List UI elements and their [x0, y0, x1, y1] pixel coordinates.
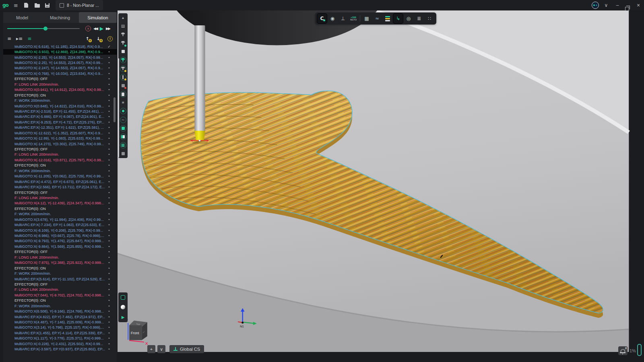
wave-icon[interactable]: ∼: [119, 116, 127, 123]
command-row[interactable]: MultiGOTO:X(-14.273), Y(0.302), Z(25.749…: [3, 141, 117, 146]
command-row[interactable]: MultiGOTO:X(-8.109), Y(-0.208), Z(25.706…: [3, 228, 117, 233]
main-menu-icon[interactable]: ≡: [14, 0, 18, 10]
viewport-3d[interactable]: N1 Z X Top Front ⟋: [118, 10, 644, 362]
collision-check-icon[interactable]: C: [317, 14, 327, 23]
command-row[interactable]: MultiGOTO:X(-8.986), Y(0.667), Z(25.78),…: [3, 233, 117, 238]
command-row[interactable]: MultiARC:EP.X(5.614), EP.Y(-11.102), EP.…: [3, 276, 117, 282]
command-list-scrollbar[interactable]: [114, 97, 116, 122]
focus-target-icon[interactable]: ◎: [404, 14, 413, 23]
cs-expand-button[interactable]: ∨: [157, 345, 165, 353]
command-row[interactable]: EFFECTOR(0) :OFF•: [3, 146, 117, 152]
display-sliders-icon[interactable]: ≣: [414, 14, 424, 23]
command-row[interactable]: MultiGOTO:X(-11.205), Y(0.062), Z(25.729…: [3, 174, 117, 179]
command-row[interactable]: MultiARC:EP.X(2.566), EP.Y(-13.711), EP.…: [3, 184, 117, 189]
command-row[interactable]: EFFECTOR(0) :ON•: [3, 163, 117, 168]
extruder-icon[interactable]: [119, 31, 127, 38]
measure-caliper-icon[interactable]: ⊥: [338, 14, 348, 23]
rewind-button[interactable]: ◀◀: [93, 27, 97, 31]
command-row[interactable]: MultiGOTO:X(-12.622), Y(-1.352), Z(25.60…: [3, 130, 117, 136]
extruder-warning-icon[interactable]: [119, 65, 127, 72]
save-file-icon[interactable]: [45, 0, 50, 10]
command-row[interactable]: MultiARC:EP.X(-3.597), EP.Y(0.937), EP.Z…: [3, 347, 117, 352]
command-row[interactable]: MultiGOTO:X(-9.884), Y(1.569), Z(25.855)…: [3, 244, 117, 249]
jump-prev-issue-icon[interactable]: ↑0: [86, 36, 89, 41]
command-row[interactable]: MultiGOTO:X(-0.768), Y(-16.034), Z(23.83…: [3, 71, 117, 76]
command-row[interactable]: MultiGOTO:X(7.044), Y(-9.702), Z(24.702)…: [3, 292, 117, 298]
waveform-check-icon[interactable]: ≈: [372, 14, 382, 23]
command-row[interactable]: MultiGOTO:X(-2.247), Y(-14.553), Z(24.05…: [3, 66, 117, 71]
warnings-icon[interactable]: !: [107, 36, 113, 41]
material-layers-icon[interactable]: [383, 14, 392, 23]
restore-button[interactable]: [625, 4, 629, 14]
feed-code-icon[interactable]: +100NGT2: [349, 14, 358, 23]
command-row[interactable]: F: WORK 200mm/min.•: [3, 271, 117, 276]
add-cs-button[interactable]: +: [147, 345, 155, 353]
command-row[interactable]: MultiARC:EP.X(-9.253), EP.Y(-4.72), EP.Z…: [3, 119, 117, 125]
panels-icon[interactable]: [119, 133, 127, 140]
tab-simulation[interactable]: Simulation: [79, 12, 117, 23]
command-row[interactable]: MultiARC:EP.X(4.822), EP.Y(-7.482), EP.Z…: [3, 314, 117, 319]
global-cs-button[interactable]: Global CS: [169, 345, 204, 353]
extruder-tip-icon[interactable]: [119, 39, 127, 47]
camera-icon[interactable]: ◉: [328, 14, 337, 23]
command-row[interactable]: MultiGOTO:X(4.487), Y(-7.146), Z(25.009)…: [3, 319, 117, 325]
machine-panel-icon[interactable]: ▦: [362, 14, 372, 23]
report-icon[interactable]: ▶: [119, 313, 127, 321]
tab-machining[interactable]: Machining: [41, 12, 79, 23]
command-row[interactable]: EFFECTOR(0) :OFF•: [3, 249, 117, 255]
command-row[interactable]: EFFECTOR(0) :ON•: [3, 265, 117, 271]
sheet-icon[interactable]: [119, 90, 127, 98]
command-row[interactable]: MultiGOTO:X(-0.228), Y(-2.431), Z(25.502…: [3, 341, 117, 346]
timeline-slider[interactable]: [7, 26, 80, 31]
command-row[interactable]: MultiGOTO:X(3.14), Y(-5.798), Z(25.157),…: [3, 325, 117, 330]
stop-simulation-button[interactable]: ×: [85, 26, 91, 31]
stop-icon[interactable]: [119, 48, 127, 56]
command-row[interactable]: EFFECTOR(0) :OFF•: [3, 76, 117, 82]
play-button[interactable]: ▶: [100, 26, 103, 31]
new-file-icon[interactable]: [24, 0, 28, 10]
avatar[interactable]: [592, 2, 599, 9]
list-flat-icon[interactable]: ≡: [7, 36, 11, 41]
open-file-icon[interactable]: [35, 0, 40, 10]
command-row[interactable]: MultiARC:EP.X(-4.472), EP.Y(-6.673), EP.…: [3, 179, 117, 184]
command-row[interactable]: F: WORK 200mm/min.•: [3, 98, 117, 103]
command-row[interactable]: MultiGOTO:X(6.508), Y(-9.166), Z(24.768)…: [3, 309, 117, 314]
command-row[interactable]: EFFECTOR(0) :ON•: [3, 206, 117, 211]
command-row[interactable]: MultiGOTO:X(3.678), Y(-11.994), Z(24.408…: [3, 217, 117, 222]
document-tab[interactable]: 8 - Non-Planar ...: [56, 0, 103, 10]
active-extruder-icon[interactable]: [119, 56, 127, 64]
command-row[interactable]: MultiARC:EP.X(1.455), EP.Y(-4.114), EP.Z…: [3, 330, 117, 335]
command-row[interactable]: MultiARC:EP.X(-2.518), EP.Y(-11.455), EP…: [3, 109, 117, 114]
list-grouped-icon[interactable]: ≡: [27, 36, 31, 41]
command-row[interactable]: MultiGOTO:X(-12.016), Y(0.871), Z(25.797…: [3, 157, 117, 162]
collision-flag-icon[interactable]: [119, 82, 127, 89]
command-row[interactable]: MultiGOTO:X(-9.793), Y(1.476), Z(25.847)…: [3, 239, 117, 244]
command-row[interactable]: EFFECTOR(0) :OFF•: [3, 282, 117, 287]
command-row[interactable]: F: LONG LINK 200mm/min.•: [3, 82, 117, 87]
command-row[interactable]: EFFECTOR(0) :ON•: [3, 298, 117, 303]
tool-warning-icon[interactable]: [119, 73, 127, 81]
command-row[interactable]: MultiGOTO:X(-2.25), Y(-14.553), Z(24.057…: [3, 55, 117, 60]
sphere-view-icon[interactable]: [119, 303, 127, 311]
record-icon[interactable]: [119, 107, 127, 115]
command-row[interactable]: F: LONG LINK 200mm/min.•: [3, 255, 117, 260]
command-row[interactable]: F: WORK 200mm/min.•: [3, 168, 117, 173]
toolpath-link-icon[interactable]: ↳: [393, 14, 403, 23]
notifications-button[interactable]: 3: [618, 346, 627, 355]
command-row[interactable]: EFFECTOR(0) :ON•: [3, 93, 117, 98]
command-row[interactable]: MultiGOTO:X(-12.89), Y(-1.083), Z(25.633…: [3, 136, 117, 141]
clipped-icon[interactable]: [119, 150, 127, 158]
chevron-down-icon[interactable]: ∨: [602, 0, 610, 10]
minimize-button[interactable]: –: [613, 0, 621, 10]
command-row[interactable]: MultiGOTO:X(4.12), Y(-12.439), Z(24.347)…: [3, 201, 117, 206]
command-row[interactable]: MultiARC:EP.X(-5.886), EP.Y(-8.087), EP.…: [3, 114, 117, 119]
fast-forward-button[interactable]: ▶▶: [106, 27, 110, 31]
command-row[interactable]: MultiARC:EP.X(-12.351), EP.Y(-1.622), EP…: [3, 125, 117, 130]
fit-view-icon[interactable]: [119, 294, 127, 301]
close-button[interactable]: ×: [634, 0, 642, 10]
command-row[interactable]: F: WORK 200mm/min.•: [3, 212, 117, 217]
cooling-icon[interactable]: ∗: [119, 99, 127, 107]
command-row[interactable]: F: WORK 200mm/min.•: [3, 303, 117, 309]
command-row[interactable]: MultiGOTO:X(1.117), Y(-3.778), Z(25.371)…: [3, 336, 117, 341]
grid-dots-icon[interactable]: ∷: [425, 14, 434, 23]
